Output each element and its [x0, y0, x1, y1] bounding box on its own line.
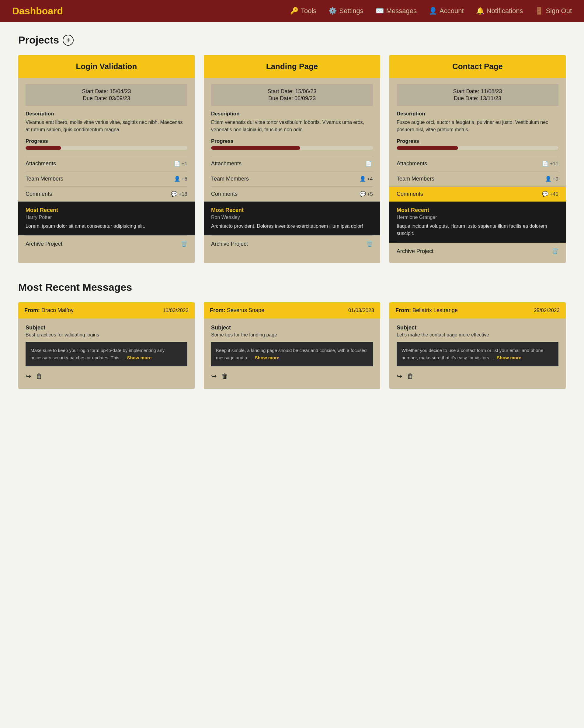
messages-icon: ✉️ — [376, 7, 384, 15]
attachments-row-0: Attachments 📄 +1 — [26, 156, 187, 171]
team-value-1: 👤 +4 — [360, 176, 373, 182]
progress-bar-fill-1 — [211, 146, 300, 150]
desc-label-2: Description — [397, 111, 558, 117]
main-content: Projects + Login Validation Start Date: … — [0, 22, 584, 401]
project-header-login-validation: Login Validation — [18, 55, 195, 78]
comments-value-0: 💬 +18 — [171, 191, 187, 197]
show-more-1[interactable]: Show more — [255, 355, 280, 360]
projects-grid: Login Validation Start Date: 15/04/23 Du… — [18, 55, 566, 263]
attachments-value-2: 📄 +11 — [542, 160, 558, 167]
comments-row-1: Comments 💬 +5 — [211, 186, 373, 202]
progress-label-2: Progress — [397, 138, 558, 144]
message-header-2: From: Bellatrix Lestrange 25/02/2023 — [389, 302, 566, 318]
comments-row-2-highlighted: Comments 💬 +45 — [389, 186, 566, 202]
message-body-2: Subject Let's make the contact page more… — [389, 318, 566, 389]
team-value-2: 👤 +9 — [545, 176, 558, 182]
comments-value-2: 💬 +45 — [542, 191, 558, 197]
message-actions-2: ↪ 🗑 — [397, 371, 558, 383]
messages-section-header: Most Recent Messages — [18, 281, 566, 293]
message-actions-1: ↪ 🗑 — [211, 371, 373, 383]
notifications-icon: 🔔 — [476, 7, 484, 15]
archive-icon-0: 🗑️ — [181, 240, 187, 247]
message-date-2: 25/02/2023 — [534, 308, 560, 314]
reply-icon-1[interactable]: ↪ — [211, 372, 217, 380]
project-dates-landing-page: Start Date: 15/06/23 Due Date: 06/09/23 — [211, 84, 373, 106]
comments-row-0: Comments 💬 +18 — [26, 186, 187, 202]
most-recent-block-0: Most Recent Harry Potter Lorem, ipsum do… — [18, 202, 195, 235]
add-project-button[interactable]: + — [63, 35, 74, 46]
show-more-0[interactable]: Show more — [127, 355, 151, 360]
progress-bar-bg-1 — [211, 146, 373, 150]
desc-text-2: Fusce augue orci, auctor a feugiat a, pu… — [397, 119, 558, 133]
delete-icon-0[interactable]: 🗑 — [36, 372, 43, 380]
show-more-2[interactable]: Show more — [497, 355, 521, 360]
team-icon-0: 👤 — [174, 176, 180, 182]
reply-icon-0[interactable]: ↪ — [26, 372, 31, 380]
project-body-contact-page: Start Date: 11/08/23 Due Date: 13/11/23 … — [389, 78, 566, 263]
archive-icon-2: 🗑️ — [552, 248, 558, 255]
reply-icon-2[interactable]: ↪ — [397, 372, 402, 380]
tools-icon: 🔑 — [290, 7, 298, 15]
message-from-0: From: Draco Malfoy — [24, 307, 74, 314]
messages-title: Most Recent Messages — [18, 281, 132, 293]
message-body-1: Subject Some tips for the landing page K… — [204, 318, 380, 389]
message-date-1: 01/03/2023 — [348, 308, 374, 314]
messages-section: Most Recent Messages From: Draco Malfoy … — [18, 281, 566, 389]
message-card-1: From: Severus Snape 01/03/2023 Subject S… — [204, 302, 380, 389]
projects-title: Projects — [18, 34, 59, 46]
team-icon-1: 👤 — [360, 176, 366, 182]
archive-row-1[interactable]: Archive Project 🗑️ — [211, 235, 373, 250]
projects-section-header: Projects + — [18, 34, 566, 46]
desc-text-0: Vivamus erat libero, mollis vitae varius… — [26, 119, 187, 133]
message-actions-0: ↪ 🗑 — [26, 371, 187, 383]
logo: Dashboard — [12, 5, 290, 17]
desc-text-1: Etiam venenatis dui vitae tortor vestibu… — [211, 119, 373, 133]
account-icon: 👤 — [429, 7, 437, 15]
team-row-2: Team Members 👤 +9 — [397, 171, 558, 186]
attachments-row-2: Attachments 📄 +11 — [397, 156, 558, 171]
team-row-0: Team Members 👤 +6 — [26, 171, 187, 186]
message-content-0: Make sure to keep your login form up-to-… — [26, 342, 187, 366]
project-title-contact-page: Contact Page — [395, 62, 560, 71]
comments-icon-0: 💬 — [171, 191, 177, 197]
project-dates-contact-page: Start Date: 11/08/23 Due Date: 13/11/23 — [397, 84, 558, 106]
message-from-1: From: Severus Snape — [210, 307, 264, 314]
main-nav: 🔑 Tools ⚙️ Settings ✉️ Messages 👤 Accoun… — [290, 7, 572, 15]
project-card-landing-page: Landing Page Start Date: 15/06/23 Due Da… — [204, 55, 380, 263]
progress-bar-fill-2 — [397, 146, 458, 150]
nav-tools[interactable]: 🔑 Tools — [290, 7, 316, 15]
message-header-1: From: Severus Snape 01/03/2023 — [204, 302, 380, 318]
project-dates-login-validation: Start Date: 15/04/23 Due Date: 03/09/23 — [26, 84, 187, 106]
archive-row-0[interactable]: Archive Project 🗑️ — [26, 235, 187, 250]
nav-account[interactable]: 👤 Account — [429, 7, 464, 15]
delete-icon-1[interactable]: 🗑 — [221, 372, 228, 380]
project-body-landing-page: Start Date: 15/06/23 Due Date: 06/09/23 … — [204, 78, 380, 256]
message-card-2: From: Bellatrix Lestrange 25/02/2023 Sub… — [389, 302, 566, 389]
attachments-row-1: Attachments 📄 — [211, 156, 373, 171]
attachment-icon-0: 📄 — [174, 160, 180, 167]
project-title-login-validation: Login Validation — [24, 62, 189, 71]
nav-messages[interactable]: ✉️ Messages — [376, 7, 417, 15]
project-title-landing-page: Landing Page — [210, 62, 374, 71]
progress-bar-bg-2 — [397, 146, 558, 150]
messages-grid: From: Draco Malfoy 10/03/2023 Subject Be… — [18, 302, 566, 389]
message-date-0: 10/03/2023 — [163, 308, 189, 314]
message-content-1: Keep it simple, a landing page should be… — [211, 342, 373, 366]
nav-settings[interactable]: ⚙️ Settings — [329, 7, 363, 15]
team-icon-2: 👤 — [545, 176, 552, 182]
delete-icon-2[interactable]: 🗑 — [407, 372, 414, 380]
settings-icon: ⚙️ — [329, 7, 337, 15]
progress-bar-bg-0 — [26, 146, 187, 150]
attachment-icon-1: 📄 — [365, 160, 372, 167]
archive-icon-1: 🗑️ — [366, 240, 373, 247]
progress-label-0: Progress — [26, 138, 187, 144]
message-header-0: From: Draco Malfoy 10/03/2023 — [18, 302, 195, 318]
nav-notifications[interactable]: 🔔 Notifications — [476, 7, 523, 15]
nav-signout[interactable]: 🚪 Sign Out — [535, 7, 572, 15]
attachments-value-1: 📄 — [365, 160, 373, 167]
most-recent-block-1: Most Recent Ron Weasley Architecto provi… — [204, 202, 380, 235]
comments-icon-2: 💬 — [542, 191, 549, 197]
team-value-0: 👤 +6 — [174, 176, 187, 182]
comments-icon-1: 💬 — [360, 191, 366, 197]
archive-row-2[interactable]: Archive Project 🗑️ — [397, 243, 558, 257]
